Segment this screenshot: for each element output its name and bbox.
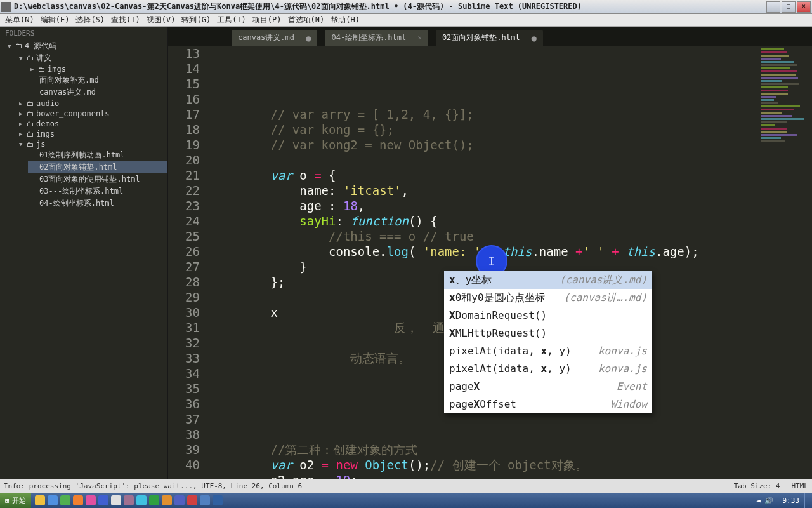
code-line[interactable] — [213, 411, 812, 427]
tree-label: demos — [36, 119, 59, 128]
menu-item[interactable]: 转到(G) — [179, 14, 213, 26]
menu-item[interactable]: 帮助(H) — [328, 14, 362, 26]
code-line[interactable]: // var kong2 = new Object(); — [213, 137, 812, 152]
disclosure-arrow: ▼ — [19, 141, 24, 147]
menu-item[interactable]: 项目(P) — [250, 14, 284, 26]
disclosure-arrow: ▶ — [30, 66, 36, 72]
file-item[interactable]: 02面向对象铺垫.html — [28, 161, 167, 173]
menu-item[interactable]: 编辑(E) — [38, 14, 72, 26]
menu-item[interactable]: 视图(V) — [144, 14, 178, 26]
folder-icon: 🗀 — [27, 110, 34, 118]
disclosure-arrow: ▶ — [19, 121, 24, 127]
folder-icon: 🗀 — [38, 65, 45, 74]
tree-label: 01绘制序列帧动画.html — [39, 150, 125, 161]
tab-label: 02面向对象铺垫.html — [442, 32, 520, 43]
code-area[interactable]: I x、y坐标(canvas讲义.md)x0和y0是圆心点坐标(canvas讲…… — [213, 46, 812, 479]
autocomplete-item[interactable]: x0和y0是圆心点坐标(canvas讲….md) — [444, 289, 652, 307]
taskbar-app-icon[interactable] — [35, 495, 45, 505]
code-line[interactable]: var o2 = new Object();// 创建一个 object对象。 — [213, 457, 812, 472]
code-line[interactable]: sayHi: function() { — [213, 213, 812, 229]
folder-item[interactable]: ▼🗀讲义 — [16, 52, 167, 64]
taskbar-app-icon[interactable] — [111, 495, 121, 505]
code-line[interactable]: // var kong = {}; — [213, 122, 812, 137]
file-item[interactable]: 04-绘制坐标系.html — [28, 197, 167, 210]
menu-item[interactable]: 查找(I) — [108, 14, 143, 26]
autocomplete-item[interactable]: XMLHttpRequest() — [444, 324, 652, 342]
disclosure-arrow: ▶ — [19, 100, 24, 107]
autocomplete-item[interactable]: XDomainRequest() — [444, 307, 652, 324]
folder-item[interactable]: ▼🗀js — [16, 139, 167, 149]
code-line[interactable]: console.log( 'name: ' + this.name +' ' +… — [213, 244, 812, 259]
show-desktop[interactable] — [804, 493, 812, 508]
tab[interactable]: canvas讲义.md● — [232, 30, 317, 46]
autocomplete-item[interactable]: pixelAt(idata, x, y)konva.js — [444, 360, 652, 378]
menu-item[interactable]: 首选项(N) — [285, 14, 327, 26]
clock[interactable]: 9:33 — [778, 497, 805, 505]
code-line[interactable]: //第二种：创建对象的方式 — [213, 442, 812, 457]
folder-item[interactable]: ▶🗀audio — [16, 98, 167, 109]
taskbar-app-icon[interactable] — [98, 495, 108, 505]
start-button[interactable]: ⊞ 开始 — [0, 493, 31, 508]
autocomplete-item[interactable]: pageXEvent — [444, 378, 652, 396]
folder-icon: 🗀 — [27, 120, 34, 128]
taskbar-app-icon[interactable] — [73, 495, 83, 505]
menu-item[interactable]: 选择(S) — [73, 14, 107, 26]
tab[interactable]: 04-绘制坐标系.html× — [325, 30, 428, 46]
menu-item[interactable]: 菜单(N) — [3, 14, 37, 26]
taskbar-app-icon[interactable] — [200, 495, 210, 505]
taskbar-app-icon[interactable] — [174, 495, 185, 505]
tree-label: bower_components — [36, 109, 110, 118]
folder-item[interactable]: ▼🗀4-源代码 — [5, 40, 167, 52]
code-line[interactable]: name: 'itcast', — [213, 183, 812, 198]
menu-item[interactable]: 工具(T) — [214, 14, 249, 26]
code-line[interactable]: // var arry = [ 1,2, 4, {}]; — [213, 107, 812, 122]
system-tray[interactable]: ◄ 🔊 — [752, 497, 777, 505]
autocomplete-item[interactable]: pageXOffsetWindow — [444, 396, 652, 413]
file-item[interactable]: 01绘制序列帧动画.html — [28, 149, 167, 161]
minimize-button[interactable]: _ — [766, 1, 780, 13]
taskbar-app-icon[interactable] — [48, 495, 58, 505]
autocomplete-item[interactable]: x、y坐标(canvas讲义.md) — [444, 271, 652, 289]
close-button[interactable]: × — [797, 1, 811, 13]
minimap[interactable] — [759, 47, 809, 136]
code-line[interactable]: var o = { — [213, 168, 812, 183]
tree-label: 03---绘制坐标系.html — [39, 186, 123, 197]
taskbar-app-icon[interactable] — [136, 495, 147, 505]
taskbar-app-icon[interactable] — [162, 495, 172, 505]
folder-item[interactable]: ▶🗀bower_components — [16, 109, 167, 119]
folder-item[interactable]: ▶🗀imgs — [28, 64, 167, 74]
taskbar-app-icon[interactable] — [86, 495, 96, 505]
tree-label: imgs — [36, 130, 55, 138]
file-item[interactable]: 03面向对象的使用铺垫.html — [28, 173, 167, 185]
taskbar-app-icon[interactable] — [60, 495, 70, 505]
code-line[interactable] — [213, 152, 812, 168]
autocomplete-popup[interactable]: x、y坐标(canvas讲义.md)x0和y0是圆心点坐标(canvas讲….m… — [444, 271, 652, 413]
file-item[interactable]: 03---绘制坐标系.html — [28, 185, 167, 197]
app-icon — [1, 2, 11, 12]
taskbar-app-icon[interactable] — [187, 495, 197, 505]
code-line[interactable] — [213, 427, 812, 442]
tree-label: imgs — [48, 65, 66, 74]
taskbar-app-icon[interactable] — [124, 495, 134, 505]
disclosure-arrow: ▼ — [19, 55, 24, 62]
code-line[interactable]: o2.age = 19; — [213, 472, 812, 479]
code-line[interactable]: //this === o // true — [213, 229, 812, 244]
autocomplete-item[interactable]: pixelAt(idata, x, y)konva.js — [444, 342, 652, 360]
folder-item[interactable]: ▶🗀imgs — [16, 129, 167, 139]
tree-label: 讲义 — [36, 53, 51, 64]
tab-close-icon[interactable]: × — [417, 34, 422, 42]
menubar: 菜单(N)编辑(E)选择(S)查找(I)视图(V)转到(G)工具(T)项目(P)… — [0, 14, 812, 27]
code-line[interactable]: age : 18, — [213, 198, 812, 213]
file-item[interactable]: 面向对象补充.md — [28, 74, 167, 86]
window-title: D:\webclass\canvas\02-Canvas-第2天Canvas进阶… — [14, 1, 766, 12]
taskbar-app-icon[interactable] — [213, 495, 223, 505]
code-editor[interactable]: 1314151617181920212223242526272829303132… — [168, 46, 812, 479]
status-syntax[interactable]: HTML — [792, 482, 809, 490]
tree-label: 03面向对象的使用铺垫.html — [39, 174, 140, 185]
tab[interactable]: 02面向对象铺垫.html● — [436, 30, 543, 46]
taskbar-app-icon[interactable] — [149, 495, 159, 505]
file-item[interactable]: canvas讲义.md — [28, 86, 167, 98]
folder-item[interactable]: ▶🗀demos — [16, 119, 167, 129]
status-tabsize[interactable]: Tab Size: 4 — [734, 482, 780, 490]
maximize-button[interactable]: □ — [782, 1, 796, 13]
